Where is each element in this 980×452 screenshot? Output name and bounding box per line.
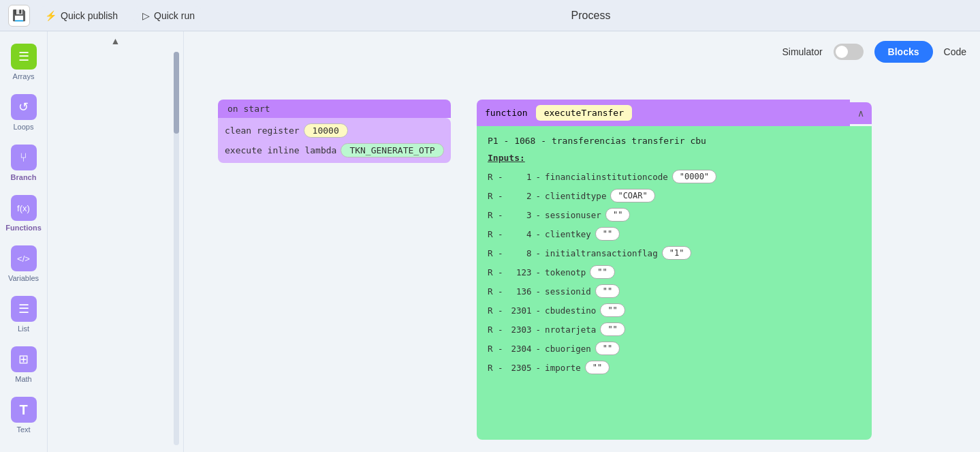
param-row: R - 8 - initialtransactionflag "1"	[488, 246, 861, 260]
scrollbar-track[interactable]	[174, 52, 179, 445]
text-icon: T	[11, 397, 37, 423]
panel-area: ▲ Simulator Blocks Code on start	[48, 31, 980, 452]
execute-inline-value[interactable]: TKN_GENERATE_OTP	[341, 143, 443, 157]
param-num: 3	[507, 210, 532, 220]
param-value[interactable]: ""	[600, 322, 625, 336]
save-button[interactable]: 💾	[8, 5, 30, 27]
blocks-button[interactable]: Blocks	[874, 41, 933, 63]
quickrun-label: Quick run	[154, 10, 195, 21]
functions-label: Functions	[5, 224, 42, 232]
param-num: 2304	[507, 344, 532, 354]
param-value[interactable]: ""	[595, 342, 620, 355]
sidebar-item-functions[interactable]: f(x) Functions	[0, 190, 47, 237]
publish-icon: ⚡	[45, 10, 57, 21]
param-num: 2301	[507, 305, 532, 316]
sidebar-item-text[interactable]: T Text	[0, 391, 47, 439]
param-r: R -	[488, 286, 503, 297]
param-r: R -	[488, 210, 503, 220]
param-row: R - 2301 - cbudestino ""	[488, 303, 861, 317]
param-row: R - 2305 - importe ""	[488, 361, 861, 374]
clean-register-text: clean register	[225, 125, 300, 136]
param-dash: -	[536, 305, 541, 316]
view-controls: Simulator Blocks Code	[782, 41, 966, 63]
left-panel: ▲	[48, 31, 184, 452]
param-value[interactable]: ""	[605, 208, 630, 222]
param-num: 2	[507, 191, 532, 201]
param-dash: -	[536, 286, 541, 297]
on-start-header: on start	[218, 100, 451, 118]
param-name: importe	[545, 363, 581, 373]
param-name: sessionuser	[545, 210, 601, 220]
param-num: 4	[507, 229, 532, 239]
publish-label: Quick publish	[61, 10, 118, 21]
param-num: 2303	[507, 325, 532, 335]
param-num: 1	[507, 172, 532, 182]
param-row: R - 1 - financialinstitutioncode "0000"	[488, 170, 861, 183]
sidebar-item-branch[interactable]: ⑂ Branch	[0, 139, 47, 187]
param-r: R -	[488, 267, 503, 277]
math-label: Math	[15, 375, 31, 383]
sidebar-item-list[interactable]: ☰ List	[0, 290, 47, 338]
param-dash: -	[536, 191, 541, 201]
param-name: initialtransactionflag	[545, 248, 658, 258]
param-r: R -	[488, 344, 503, 354]
function-keyword: function	[485, 108, 528, 118]
collapse-arrow-icon[interactable]: ▲	[111, 35, 121, 46]
text-label: Text	[16, 425, 30, 434]
function-collapse-button[interactable]: ∧	[850, 102, 872, 124]
param-r: R -	[488, 229, 503, 239]
param-value[interactable]: ""	[600, 303, 625, 317]
quick-publish-button[interactable]: ⚡ Quick publish	[35, 6, 127, 25]
param-value[interactable]: ""	[595, 227, 620, 241]
function-name-chip[interactable]: executeTransfer	[536, 105, 632, 121]
param-row: R - 2304 - cbuorigen ""	[488, 342, 861, 355]
param-dash: -	[536, 325, 541, 335]
canvas-area: Simulator Blocks Code on start clean reg…	[184, 31, 980, 452]
branch-label: Branch	[11, 173, 37, 181]
on-start-block: on start clean register 10000 execute in…	[218, 100, 451, 163]
save-icon: 💾	[12, 9, 26, 22]
page-title: Process	[210, 10, 972, 22]
topbar: 💾 ⚡ Quick publish ▷ Quick run Process	[0, 0, 980, 31]
function-header: function executeTransfer ∧	[477, 100, 872, 126]
param-dash: -	[536, 229, 541, 239]
param-row: R - 2 - clientidtype "COAR"	[488, 189, 861, 202]
params-container: R - 1 - financialinstitutioncode "0000" …	[488, 170, 861, 374]
param-value[interactable]: ""	[595, 284, 620, 298]
param-row: R - 136 - sessionid ""	[488, 284, 861, 298]
function-header-bar: function executeTransfer	[477, 100, 850, 126]
sidebar-item-math[interactable]: ⊞ Math	[0, 341, 47, 389]
execute-inline-text: execute inline lambda	[225, 145, 336, 155]
param-value[interactable]: "0000"	[672, 170, 716, 183]
block-row-execute: execute inline lambda TKN_GENERATE_OTP	[225, 143, 444, 157]
functions-icon: f(x)	[11, 195, 37, 221]
scrollbar-thumb[interactable]	[174, 52, 179, 134]
clean-register-value[interactable]: 10000	[304, 123, 348, 138]
param-r: R -	[488, 325, 503, 335]
param-name: tokenotp	[545, 267, 586, 277]
quick-run-button[interactable]: ▷ Quick run	[133, 6, 204, 25]
simulator-toggle[interactable]	[834, 44, 864, 60]
sidebar-item-loops[interactable]: ↺ Loops	[0, 89, 47, 136]
param-value[interactable]: "1"	[662, 246, 692, 260]
sidebar-item-variables[interactable]: </> Variables	[0, 240, 47, 288]
param-value[interactable]: ""	[590, 265, 614, 279]
chevron-up-icon: ∧	[857, 108, 864, 119]
list-icon: ☰	[11, 296, 37, 322]
param-r: R -	[488, 172, 503, 182]
param-name: cbuorigen	[545, 344, 591, 354]
code-button[interactable]: Code	[944, 46, 966, 57]
block-row-clean: clean register 10000	[225, 123, 444, 138]
quickrun-icon: ▷	[142, 10, 150, 21]
list-label: List	[18, 325, 29, 333]
param-num: 2305	[507, 363, 532, 373]
math-icon: ⊞	[11, 346, 37, 372]
function-body: P1 - 1068 - transferencias transferir cb…	[477, 126, 872, 440]
param-dash: -	[536, 344, 541, 354]
function-block: function executeTransfer ∧ P1 - 1068 - t…	[477, 100, 872, 440]
sidebar-item-arrays[interactable]: ☰ Arrays	[0, 38, 47, 86]
param-value[interactable]: ""	[585, 361, 610, 374]
param-r: R -	[488, 363, 503, 373]
param-row: R - 2303 - nrotarjeta ""	[488, 322, 861, 336]
param-value[interactable]: "COAR"	[610, 189, 654, 202]
